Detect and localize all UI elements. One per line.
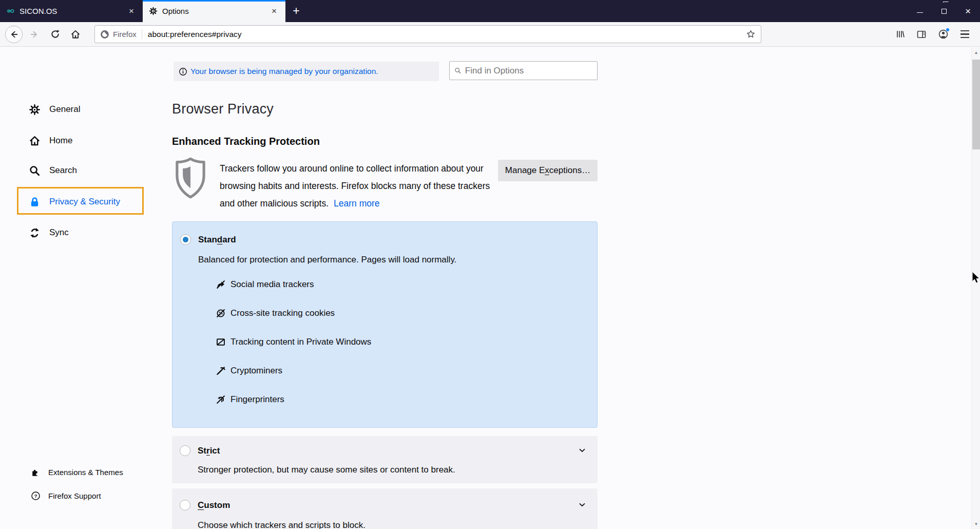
- social-media-trackers-icon: [216, 279, 226, 290]
- fingerprinters-icon: [216, 394, 226, 405]
- custom-radio[interactable]: [180, 500, 190, 511]
- svg-text:?: ?: [34, 493, 37, 498]
- sidebar-item-home[interactable]: Home: [28, 129, 72, 152]
- bookmark-star-icon[interactable]: [746, 29, 756, 39]
- toolbar-right-icons: [892, 26, 975, 43]
- strict-option-panel[interactable]: Strict Stronger protection, but may caus…: [172, 436, 598, 483]
- sidebar-item-firefox-support[interactable]: ? Firefox Support: [31, 488, 101, 503]
- url-separator: [142, 29, 142, 40]
- tracking-content-icon: [216, 337, 226, 347]
- account-button[interactable]: [935, 26, 951, 43]
- tab-close-icon[interactable]: ×: [126, 6, 137, 16]
- sidebar-item-search[interactable]: Search: [28, 159, 77, 182]
- forward-button[interactable]: [26, 26, 43, 43]
- restore-button[interactable]: [932, 0, 956, 22]
- restore-icon: [941, 9, 947, 14]
- custom-label: Custom: [198, 500, 230, 511]
- standard-radio[interactable]: [180, 234, 191, 245]
- tab-bar: SICON.OS × Options × + ×: [0, 0, 980, 22]
- managed-browser-notice[interactable]: Your browser is being managed by your or…: [174, 62, 439, 81]
- cross-site-cookies-icon: [216, 308, 226, 318]
- tab-options[interactable]: Options ×: [143, 0, 285, 22]
- forward-icon: [30, 30, 39, 39]
- close-window-button[interactable]: ×: [956, 0, 980, 22]
- list-item: Cross-site tracking cookies: [216, 308, 371, 318]
- cryptominers-icon: [216, 366, 226, 376]
- standard-description: Balanced for protection and performance.…: [198, 255, 456, 265]
- strict-description: Stronger protection, but may cause some …: [198, 465, 455, 475]
- custom-description: Choose which trackers and scripts to blo…: [198, 520, 366, 529]
- sidebars-icon: [916, 29, 927, 40]
- search-icon: [28, 164, 41, 177]
- reload-button[interactable]: [46, 26, 64, 43]
- question-mark-icon: ?: [31, 491, 41, 501]
- tab-sicon-os[interactable]: SICON.OS ×: [0, 0, 143, 22]
- chevron-down-icon[interactable]: [578, 446, 586, 455]
- sidebar-item-label: Sync: [49, 228, 69, 238]
- firefox-icon: [100, 30, 109, 39]
- sidebar-item-privacy-security[interactable]: Privacy & Security: [28, 191, 120, 213]
- tab-title: SICON.OS: [20, 7, 122, 15]
- home-button[interactable]: [67, 26, 84, 43]
- reload-icon: [50, 29, 60, 39]
- lock-icon: [28, 196, 41, 208]
- list-item: Social media trackers: [216, 279, 371, 290]
- find-in-options-box[interactable]: [449, 61, 598, 80]
- section-title: Enhanced Tracking Protection: [172, 136, 320, 147]
- sidebar-item-label: Privacy & Security: [49, 197, 120, 207]
- manage-exceptions-button[interactable]: Manage Exceptions…: [498, 160, 598, 181]
- scroll-down-icon[interactable]: ▼: [972, 520, 980, 528]
- strict-radio[interactable]: [180, 445, 190, 456]
- sidebar-item-label: Home: [49, 136, 72, 146]
- chevron-down-icon[interactable]: [578, 501, 586, 509]
- puzzle-piece-icon: [31, 467, 41, 477]
- hamburger-icon: [960, 30, 969, 37]
- tab-close-icon[interactable]: ×: [269, 6, 279, 16]
- url-text[interactable]: about:preferences#privacy: [148, 30, 746, 39]
- menu-button[interactable]: [956, 26, 973, 43]
- sidebar-footer-label: Firefox Support: [48, 492, 101, 500]
- learn-more-link[interactable]: Learn more: [334, 198, 380, 209]
- standard-label: Standard: [198, 235, 236, 245]
- shield-icon: [174, 157, 207, 199]
- home-icon: [70, 29, 81, 40]
- etp-description: Trackers follow you around online to col…: [220, 160, 497, 212]
- standard-option-panel[interactable]: Standard Balanced for protection and per…: [172, 221, 598, 428]
- new-tab-button[interactable]: +: [285, 0, 307, 22]
- sidebars-button[interactable]: [913, 26, 930, 43]
- window-controls: ×: [908, 0, 980, 22]
- vertical-scrollbar[interactable]: ▲ ▼: [971, 47, 980, 529]
- find-in-options-input[interactable]: [465, 66, 592, 76]
- identity-label: Firefox: [113, 30, 137, 39]
- sidebar-item-general[interactable]: General: [28, 98, 80, 121]
- gear-icon: [28, 103, 41, 116]
- sidebar-item-sync[interactable]: Sync: [28, 221, 69, 244]
- tab-title: Options: [162, 7, 264, 15]
- search-icon: [454, 67, 462, 74]
- navigation-toolbar: Firefox about:preferences#privacy: [0, 22, 980, 47]
- list-item: Fingerprinters: [216, 394, 371, 405]
- sidebar-item-extensions-themes[interactable]: Extensions & Themes: [31, 464, 123, 480]
- sync-icon: [28, 226, 41, 239]
- url-bar[interactable]: Firefox about:preferences#privacy: [94, 25, 761, 43]
- managed-notice-link[interactable]: Your browser is being managed by your or…: [190, 67, 378, 76]
- info-icon: [179, 67, 187, 76]
- blocked-items-list: Social media trackers Cross-site trackin…: [216, 279, 371, 405]
- sidebar-item-label: Search: [49, 165, 77, 176]
- minimize-icon: [917, 12, 923, 13]
- scroll-up-icon[interactable]: ▲: [972, 48, 980, 56]
- back-button[interactable]: [5, 26, 23, 43]
- minimize-button[interactable]: [908, 0, 932, 22]
- scrollbar-thumb[interactable]: [972, 60, 980, 149]
- sidebar-footer-label: Extensions & Themes: [48, 468, 123, 477]
- close-icon: ×: [965, 6, 971, 16]
- strict-label: Strict: [198, 446, 220, 456]
- custom-option-panel[interactable]: Custom Choose which trackers and scripts…: [172, 488, 598, 529]
- page-title: Browser Privacy: [172, 101, 274, 117]
- library-icon: [895, 29, 905, 39]
- gear-icon: [149, 7, 158, 15]
- preferences-page: General Home Search Privacy & Security S…: [0, 47, 980, 529]
- library-button[interactable]: [892, 26, 908, 43]
- sicon-favicon-icon: [6, 7, 15, 15]
- list-item: Cryptominers: [216, 366, 371, 376]
